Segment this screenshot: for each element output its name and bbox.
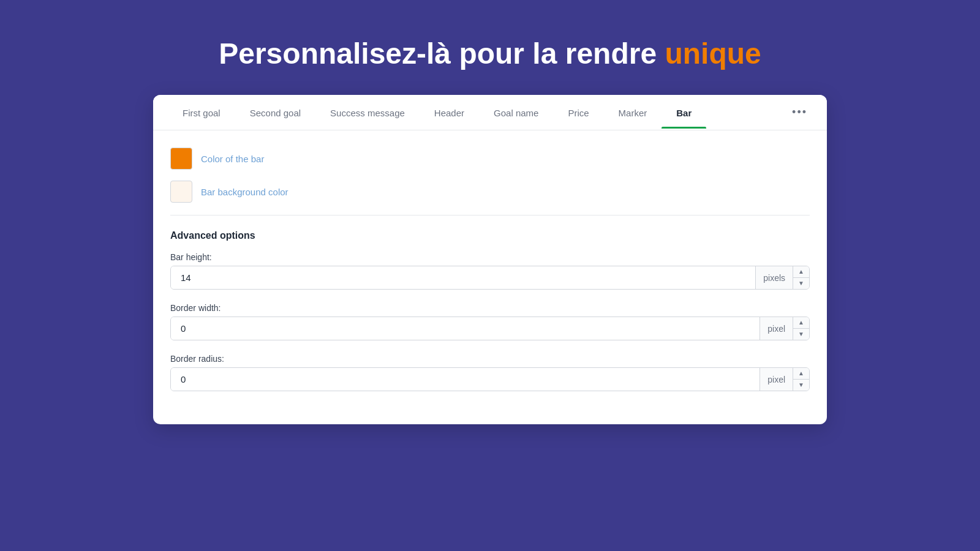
color-bar-label: Color of the bar bbox=[201, 154, 264, 164]
border-width-down[interactable]: ▼ bbox=[793, 329, 809, 340]
border-radius-label: Border radius: bbox=[170, 354, 810, 364]
title-text-highlight: unique bbox=[665, 37, 761, 70]
border-radius-group: Border radius: pixel ▲ ▼ bbox=[170, 354, 810, 391]
bar-height-spinners: ▲ ▼ bbox=[793, 266, 809, 289]
bar-height-label: Bar height: bbox=[170, 252, 810, 262]
border-radius-input-row: pixel ▲ ▼ bbox=[170, 367, 810, 391]
border-width-up[interactable]: ▲ bbox=[793, 317, 809, 329]
border-width-group: Border width: pixel ▲ ▼ bbox=[170, 303, 810, 340]
settings-card: First goal Second goal Success message H… bbox=[153, 95, 827, 424]
border-width-label: Border width: bbox=[170, 303, 810, 313]
border-radius-input[interactable] bbox=[171, 368, 760, 391]
tab-goal-name[interactable]: Goal name bbox=[479, 97, 553, 128]
border-width-unit: pixel bbox=[760, 317, 793, 340]
border-radius-up[interactable]: ▲ bbox=[793, 368, 809, 380]
color-bg-swatch[interactable] bbox=[170, 181, 192, 203]
border-width-spinners: ▲ ▼ bbox=[793, 317, 809, 340]
border-radius-unit: pixel bbox=[760, 368, 793, 391]
tab-header[interactable]: Header bbox=[420, 97, 479, 128]
color-bg-label: Bar background color bbox=[201, 187, 288, 197]
tabs-bar: First goal Second goal Success message H… bbox=[153, 95, 827, 130]
bar-height-group: Bar height: pixels ▲ ▼ bbox=[170, 252, 810, 290]
color-bar-row: Color of the bar bbox=[170, 148, 810, 170]
card-body: Color of the bar Bar background color Ad… bbox=[153, 130, 827, 424]
tab-bar[interactable]: Bar bbox=[662, 97, 706, 128]
divider bbox=[170, 215, 810, 216]
border-radius-down[interactable]: ▼ bbox=[793, 380, 809, 391]
tab-success-message[interactable]: Success message bbox=[315, 97, 420, 128]
border-radius-spinners: ▲ ▼ bbox=[793, 368, 809, 391]
tab-marker[interactable]: Marker bbox=[604, 97, 662, 128]
color-bg-row: Bar background color bbox=[170, 181, 810, 203]
bar-height-input-row: pixels ▲ ▼ bbox=[170, 266, 810, 290]
bar-height-up[interactable]: ▲ bbox=[793, 266, 809, 278]
tabs-more-button[interactable]: ••• bbox=[787, 95, 812, 130]
advanced-options-title: Advanced options bbox=[170, 230, 810, 241]
border-width-input[interactable] bbox=[171, 317, 760, 340]
tab-first-goal[interactable]: First goal bbox=[168, 97, 235, 128]
title-text-before: Personnalisez-là pour la rendre bbox=[219, 37, 665, 70]
border-width-input-row: pixel ▲ ▼ bbox=[170, 317, 810, 340]
page-title: Personnalisez-là pour la rendre unique bbox=[219, 37, 761, 70]
color-bar-swatch[interactable] bbox=[170, 148, 192, 170]
tab-price[interactable]: Price bbox=[553, 97, 603, 128]
bar-height-down[interactable]: ▼ bbox=[793, 278, 809, 289]
tab-second-goal[interactable]: Second goal bbox=[235, 97, 315, 128]
bar-height-unit: pixels bbox=[755, 266, 793, 289]
bar-height-input[interactable] bbox=[171, 266, 755, 289]
